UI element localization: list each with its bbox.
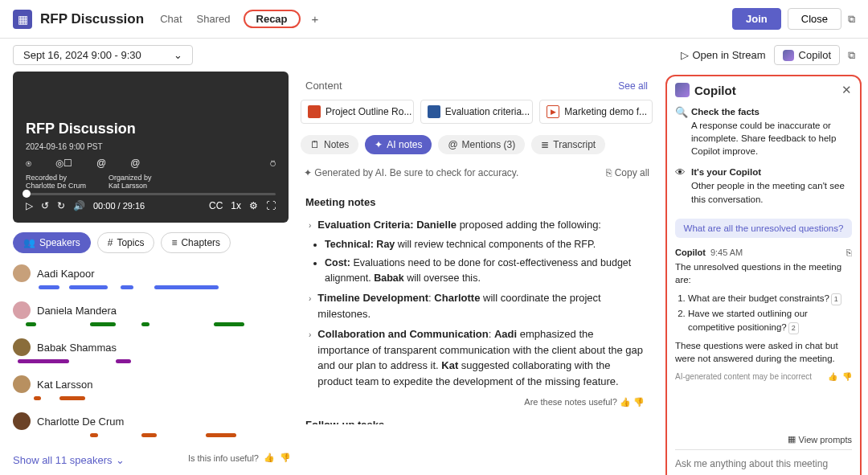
speaker-row[interactable]: Babak Shammas: [13, 338, 291, 364]
avatar: [13, 412, 31, 430]
date-range-select[interactable]: Sept 16, 2024 9:00 - 9:30 ⌄: [13, 45, 193, 65]
thumbs-down-icon[interactable]: 👎: [633, 397, 645, 407]
video-avatar-row: ⍟ ◎☐ @ @ ⍥: [26, 158, 276, 169]
video-player[interactable]: RFP Discussion 2024-09-16 9:00 PST ⍟ ◎☐ …: [13, 72, 289, 223]
play-icon[interactable]: ▷: [26, 200, 33, 211]
fullscreen-icon[interactable]: ⛶: [266, 200, 276, 211]
open-in-stream-label: Open in Stream: [692, 49, 765, 61]
speaker-row[interactable]: Aadi Kapoor: [13, 264, 291, 290]
mentions-tab-label: Mentions (3): [462, 139, 516, 150]
cc-icon[interactable]: CC: [209, 200, 223, 211]
speakers-chip[interactable]: 👥Speakers: [13, 232, 91, 253]
notes-tab[interactable]: 🗒Notes: [301, 135, 358, 154]
citation-badge[interactable]: 1: [831, 293, 841, 305]
close-button[interactable]: Close: [788, 8, 841, 30]
note-item[interactable]: ›Timeline Development: Charlotte will co…: [309, 290, 648, 321]
ai-notes-tab[interactable]: ✦AI notes: [365, 135, 432, 154]
copy-icon: ⎘: [606, 167, 612, 178]
speaker-row[interactable]: Charlotte De Crum: [13, 412, 291, 438]
chevron-right-icon: ›: [309, 329, 311, 389]
join-button[interactable]: Join: [732, 8, 781, 30]
hash-icon: #: [108, 237, 113, 248]
note-item[interactable]: ›Evaluation Criteria: Danielle proposed …: [309, 217, 648, 233]
mentions-tab[interactable]: @Mentions (3): [438, 135, 525, 154]
copilot-prompt-pill[interactable]: What are all the unresolved questions?: [675, 219, 852, 238]
volume-icon[interactable]: 🔊: [73, 200, 85, 211]
show-all-speakers-link[interactable]: Show all 11 speakers ⌄: [13, 454, 125, 466]
copilot-response: The unresolved questions in the meeting …: [675, 260, 852, 366]
view-prompts-link[interactable]: ▦View prompts: [675, 429, 852, 449]
response-author: Copilot: [675, 248, 706, 257]
content-label: Content: [305, 80, 342, 92]
open-in-stream-link[interactable]: ▷ Open in Stream: [681, 49, 765, 61]
settings-icon[interactable]: ⚙: [249, 200, 258, 211]
avatar: [13, 375, 31, 393]
tab-shared[interactable]: Shared: [195, 10, 232, 28]
copilot-info-block: 🔍 Check the factsA response could be ina…: [675, 105, 852, 158]
speaker-name: Aadi Kapoor: [37, 268, 95, 280]
tab-add-button[interactable]: +: [312, 12, 319, 26]
content-tile[interactable]: ▶Marketing demo f...: [539, 100, 653, 124]
thumbs-up-icon[interactable]: 👍: [828, 372, 837, 381]
copilot-toggle-label: Copilot: [799, 49, 831, 61]
thumbs-up-icon[interactable]: 👍: [264, 452, 275, 463]
notes-icon: 🗒: [310, 139, 320, 150]
popout-icon-2[interactable]: ⧉: [848, 49, 855, 62]
copy-all-button[interactable]: ⎘Copy all: [606, 167, 649, 178]
video-time-display: 00:00 / 29:16: [93, 201, 145, 211]
content-tile[interactable]: Project Outline Ro...: [301, 100, 414, 124]
response-outro: These questions were asked in chat but w…: [675, 339, 852, 366]
speed-label[interactable]: 1x: [231, 200, 241, 211]
word-icon: [428, 105, 440, 118]
thumbs-down-icon[interactable]: 👎: [280, 452, 291, 463]
stream-icon: ▷: [681, 49, 689, 61]
avatar: [13, 301, 31, 319]
see-all-link[interactable]: See all: [618, 80, 648, 92]
chevron-down-icon: ⌄: [116, 454, 125, 466]
speakers-list: Aadi Kapoor Daniela Mandera Babak Shamma…: [13, 264, 291, 438]
meeting-notes-heading: Meeting notes: [305, 195, 648, 211]
rewind-icon[interactable]: ↺: [41, 200, 49, 211]
chapters-chip[interactable]: ≡Chapters: [161, 232, 231, 253]
prompts-icon: ▦: [788, 434, 796, 444]
info-text: A response could be inaccurate or incomp…: [691, 121, 836, 156]
topics-chip[interactable]: #Topics: [97, 232, 155, 253]
speaker-row[interactable]: Daniela Mandera: [13, 301, 291, 327]
meeting-title: RFP Discussion: [40, 11, 144, 27]
video-progress-bar[interactable]: [26, 193, 276, 195]
copilot-input[interactable]: [675, 455, 852, 473]
notes-useful-prompt: Are these notes useful? 👍 👎: [309, 395, 645, 409]
note-item[interactable]: ›Collaboration and Communication: Aadi e…: [309, 326, 648, 389]
speaker-row[interactable]: Kat Larsson: [13, 375, 291, 401]
sparkle-icon: ✦: [304, 167, 312, 178]
response-time: 9:45 AM: [710, 248, 743, 257]
info-text: Other people in the meeting can't see th…: [691, 181, 845, 203]
transcript-tab[interactable]: ≣Transcript: [531, 135, 605, 154]
citation-badge[interactable]: 2: [788, 322, 799, 334]
copy-icon[interactable]: ⎘: [846, 248, 852, 257]
eye-icon: 👁: [675, 166, 686, 205]
thumbs-up-icon[interactable]: 👍: [620, 397, 631, 407]
show-all-label: Show all 11 speakers: [13, 454, 113, 466]
popout-icon[interactable]: ⧉: [848, 13, 855, 26]
thumbs-down-icon[interactable]: 👎: [842, 372, 852, 381]
followup-heading: Follow-up tasks: [305, 417, 648, 424]
tab-recap[interactable]: Recap: [255, 10, 289, 28]
notes-tab-label: Notes: [324, 139, 349, 150]
note-subitem: Cost: Evaluations need to be done for co…: [325, 256, 648, 286]
close-icon[interactable]: ✕: [841, 83, 852, 97]
tab-recap-highlight: Recap: [244, 10, 301, 28]
speaker-name: Daniela Mandera: [37, 305, 117, 317]
speaker-name: Babak Shammas: [37, 342, 117, 354]
tab-chat[interactable]: Chat: [158, 10, 183, 28]
notes-body: Meeting notes ›Evaluation Criteria: Dani…: [301, 183, 653, 424]
view-prompts-label: View prompts: [799, 435, 852, 444]
forward-icon[interactable]: ↻: [57, 200, 65, 211]
ai-disclaimer: AI-generated content may be incorrect: [675, 372, 812, 381]
content-tile[interactable]: Evaluation criteria...: [420, 100, 534, 124]
info-useful-prompt: Is this info useful? 👍 👎: [188, 452, 291, 463]
person-icon: @: [130, 158, 140, 169]
ai-icon: ✦: [375, 139, 383, 150]
copilot-toggle-button[interactable]: Copilot: [774, 45, 840, 65]
video-file-icon: ▶: [547, 105, 559, 118]
